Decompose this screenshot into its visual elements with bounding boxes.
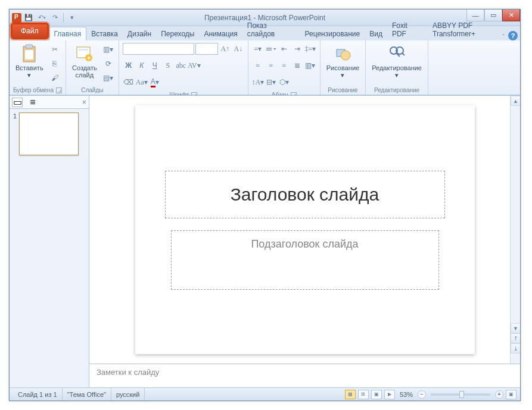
app-window: 💾 ↶▾ ↷ ▾ Презентация1 - Microsoft PowerP… <box>9 9 521 401</box>
copy-icon[interactable]: ⎘ <box>48 57 61 70</box>
redo-icon[interactable]: ↷ <box>49 12 61 24</box>
sorter-view-icon[interactable]: ⊞ <box>358 390 369 399</box>
text-direction-icon[interactable]: ↕A▾ <box>252 76 264 88</box>
indent-dec-icon[interactable]: ⇤ <box>278 43 290 55</box>
reading-view-icon[interactable]: ▣ <box>371 390 382 399</box>
outline-tab-icon[interactable]: ≡ <box>27 98 38 107</box>
tab-review[interactable]: Рецензирование <box>300 27 365 40</box>
zoom-percent[interactable]: 53% <box>400 391 413 398</box>
tab-home[interactable]: Главная <box>49 27 87 40</box>
italic-icon[interactable]: К <box>136 60 148 71</box>
status-theme: "Тема Office" <box>63 388 111 400</box>
numbering-icon[interactable]: ⩸▾ <box>265 43 277 55</box>
powerpoint-icon <box>12 13 21 23</box>
case-icon[interactable]: Aa▾ <box>136 76 148 88</box>
underline-icon[interactable]: Ч <box>149 60 161 71</box>
clipboard-icon <box>20 44 39 63</box>
format-painter-icon[interactable]: 🖌 <box>48 71 61 84</box>
scroll-down-icon[interactable]: ▼ <box>511 323 520 333</box>
font-size-combo[interactable] <box>195 43 218 55</box>
editing-button[interactable]: Редактирование▾ <box>369 43 424 86</box>
status-language[interactable]: русский <box>111 388 145 400</box>
normal-view-icon[interactable]: ▦ <box>345 390 356 399</box>
status-slide-count: Слайд 1 из 1 <box>13 388 63 400</box>
align-right-icon[interactable]: ≡ <box>278 60 290 71</box>
thumbnail-list: 1 <box>10 109 89 387</box>
spacing-icon[interactable]: AV▾ <box>188 60 200 71</box>
indent-inc-icon[interactable]: ⇥ <box>291 43 303 55</box>
tab-foxit[interactable]: Foxit PDF <box>387 19 428 40</box>
tab-view[interactable]: Вид <box>365 27 387 40</box>
notes-pane[interactable]: Заметки к слайду <box>89 364 520 387</box>
align-center-icon[interactable]: ≡ <box>265 60 277 71</box>
scroll-up-icon[interactable]: ▲ <box>511 96 520 106</box>
group-font: A↑ A↓ Ж К Ч S abc AV▾ ⌫ Aa▾ A▾ Шрифт <box>119 40 248 95</box>
statusbar: Слайд 1 из 1 "Тема Office" русский ▦ ⊞ ▣… <box>10 387 520 400</box>
clipboard-dialog-launcher[interactable] <box>56 87 62 93</box>
new-slide-button[interactable]: ✦ Создать слайд <box>70 43 99 86</box>
shapes-icon <box>333 44 352 63</box>
zoom-out-icon[interactable]: − <box>418 390 426 399</box>
zoom-in-icon[interactable]: + <box>495 390 503 399</box>
new-slide-icon: ✦ <box>75 44 94 63</box>
tab-design[interactable]: Дизайн <box>123 27 156 40</box>
reset-icon[interactable]: ⟳ <box>102 57 115 70</box>
editor-area: Заголовок слайда Подзаголовок слайда ▲ ▼… <box>89 96 520 387</box>
smartart-icon[interactable]: ⬡▾ <box>278 76 290 88</box>
thumb-preview <box>19 112 79 155</box>
align-text-icon[interactable]: ⊟▾ <box>265 76 277 88</box>
pane-close-icon[interactable]: × <box>82 98 86 107</box>
slide[interactable]: Заголовок слайда Подзаголовок слайда <box>135 105 475 354</box>
svg-point-8 <box>341 51 350 60</box>
thumbnails-tab-icon[interactable]: ▭ <box>12 98 23 107</box>
slideshow-view-icon[interactable]: ▶ <box>384 390 395 399</box>
grow-font-icon[interactable]: A↑ <box>219 43 231 55</box>
qat-customize-icon[interactable]: ▾ <box>66 12 78 24</box>
ribbon-tabs: Файл Главная Вставка Дизайн Переходы Ани… <box>10 26 520 40</box>
section-icon[interactable]: ▤▾ <box>102 71 115 84</box>
shrink-font-icon[interactable]: A↓ <box>232 43 244 55</box>
cut-icon[interactable]: ✂ <box>48 43 61 56</box>
clear-format-icon[interactable]: ⌫ <box>123 76 135 88</box>
font-color-icon[interactable]: A▾ <box>149 76 161 88</box>
next-slide-icon[interactable]: ⤓ <box>511 343 520 353</box>
tab-insert[interactable]: Вставка <box>86 27 123 40</box>
save-icon[interactable]: 💾 <box>23 12 35 24</box>
group-drawing: Рисование▾ Рисование <box>321 40 366 95</box>
zoom-thumb[interactable] <box>459 391 464 398</box>
fit-window-icon[interactable]: ▣ <box>506 390 517 399</box>
justify-icon[interactable]: ≣ <box>291 60 303 71</box>
tab-animation[interactable]: Анимация <box>199 27 242 40</box>
bold-icon[interactable]: Ж <box>123 60 135 71</box>
undo-icon[interactable]: ↶▾ <box>36 12 48 24</box>
drawing-button[interactable]: Рисование▾ <box>324 43 362 86</box>
ribbon-minimize-icon[interactable]: ˇ <box>502 33 505 40</box>
columns-icon[interactable]: ▥▾ <box>304 60 316 71</box>
tab-transitions[interactable]: Переходы <box>156 27 199 40</box>
bullets-icon[interactable]: ≡▾ <box>252 43 264 55</box>
strike-icon[interactable]: S <box>162 60 174 71</box>
align-left-icon[interactable]: ≡ <box>252 60 264 71</box>
vertical-scrollbar[interactable]: ▲ ▼ ⤒ ⤓ <box>510 96 520 364</box>
tab-file[interactable]: Файл <box>11 23 49 39</box>
group-clipboard: Вставить▾ ✂ ⎘ 🖌 Буфер обмена <box>10 40 66 95</box>
subtitle-placeholder[interactable]: Подзаголовок слайда <box>171 230 439 290</box>
title-placeholder-text: Заголовок слайда <box>231 184 379 205</box>
svg-line-12 <box>402 53 405 55</box>
font-family-combo[interactable] <box>123 43 194 55</box>
svg-rect-1 <box>26 45 33 48</box>
slide-thumbnail[interactable]: 1 <box>13 112 85 155</box>
group-paragraph: ≡▾ ⩸▾ ⇤ ⇥ ‡≡▾ ≡ ≡ ≡ ≣ ▥▾ ↕A▾ ⊟▾ ⬡▾ <box>248 40 321 95</box>
tab-slideshow[interactable]: Показ слайдов <box>242 19 300 40</box>
paste-button[interactable]: Вставить▾ <box>13 43 46 86</box>
line-spacing-icon[interactable]: ‡≡▾ <box>304 43 316 55</box>
workarea: ▭ ≡ × 1 Заголовок слайда Подзаголовок сл… <box>10 95 520 387</box>
clipboard-group-label: Буфер обмена <box>13 87 54 93</box>
help-icon[interactable]: ? <box>508 31 518 40</box>
tab-abbyy[interactable]: ABBYY PDF Transformer+ <box>428 19 520 40</box>
prev-slide-icon[interactable]: ⤒ <box>511 333 520 343</box>
layout-icon[interactable]: ▥▾ <box>102 43 115 56</box>
title-placeholder[interactable]: Заголовок слайда <box>165 171 445 218</box>
shadow-icon[interactable]: abc <box>175 60 187 71</box>
zoom-slider[interactable] <box>431 393 490 396</box>
